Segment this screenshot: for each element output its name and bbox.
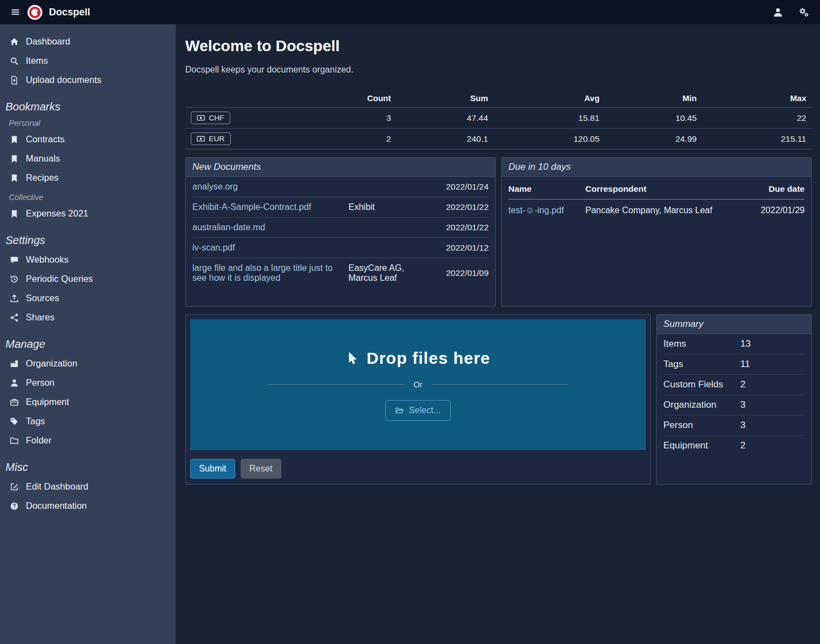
menu-toggle-button[interactable] (9, 5, 22, 19)
document-correspondent: EasyCare AG, Marcus Leaf (348, 263, 431, 283)
sidebar-item-label: Expenses 2021 (26, 208, 88, 219)
sidebar: Dashboard Items Upload documents Bookmar… (0, 24, 176, 644)
sidebar-item-edit-dashboard[interactable]: Edit Dashboard (0, 477, 176, 496)
sidebar-item-recipes[interactable]: Recipes (0, 168, 176, 187)
sidebar-item-label: Shares (26, 312, 54, 323)
stats-header-empty (185, 89, 292, 108)
summary-row: Tags 11 (663, 354, 805, 375)
sidebar-item-label: Upload documents (26, 75, 102, 85)
document-link[interactable]: large file and also a large title just t… (192, 263, 343, 283)
help-icon (10, 502, 19, 510)
sidebar-item-expenses-2021[interactable]: Expenses 2021 (0, 204, 176, 223)
sidebar-subheading-collective: Collective (9, 193, 167, 202)
upload-panel: Drop files here Or Select... Submit Rese… (185, 314, 651, 485)
summary-row: Organization 3 (663, 395, 805, 415)
summary-label: Person (663, 420, 740, 431)
sidebar-item-tags[interactable]: Tags (0, 412, 176, 431)
stats-table: Count Sum Avg Min Max CHF 3 47. (185, 89, 812, 149)
gears-icon (799, 7, 809, 18)
document-row: australian-date.md 2022/01/22 (192, 218, 489, 238)
sidebar-item-shares[interactable]: Shares (0, 308, 176, 327)
stat-avg: 15.81 (494, 108, 605, 129)
sidebar-item-periodic-queries[interactable]: Periodic Queries (0, 269, 176, 288)
dropzone-title: Drop files here (346, 349, 490, 368)
sidebar-item-items[interactable]: Items (0, 51, 176, 70)
sidebar-item-equipment[interactable]: Equipment (0, 392, 176, 412)
sidebar-item-label: Webhooks (26, 254, 69, 265)
summary-row: Items 13 (663, 334, 805, 354)
document-link[interactable]: australian-date.md (192, 223, 343, 232)
or-divider: Or (268, 380, 568, 389)
stat-count: 2 (292, 129, 396, 149)
document-date: 2022/01/22 (436, 202, 489, 212)
sidebar-item-dashboard[interactable]: Dashboard (0, 32, 176, 51)
search-icon (10, 57, 19, 65)
main-content: Welcome to Docspell Docspell keeps your … (176, 24, 820, 644)
sidebar-item-label: Sources (26, 293, 59, 303)
user-menu-button[interactable] (771, 5, 785, 20)
stat-max: 215.11 (702, 129, 812, 149)
file-dropzone[interactable]: Drop files here Or Select... (190, 319, 646, 450)
sidebar-item-label: Person (26, 377, 54, 388)
summary-label: Tags (663, 359, 740, 370)
upload-icon (10, 294, 19, 303)
tags-icon (10, 417, 19, 426)
settings-button[interactable] (796, 5, 811, 20)
divider-line (268, 384, 405, 385)
sidebar-item-documentation[interactable]: Documentation (0, 496, 176, 515)
document-link[interactable]: test-☺-ing.pdf (508, 206, 564, 215)
stat-count: 3 (292, 108, 396, 129)
comment-icon (10, 256, 19, 264)
folder-icon (10, 436, 19, 445)
reset-button[interactable]: Reset (241, 459, 281, 479)
sidebar-item-contracts[interactable]: Contracts (0, 130, 176, 149)
due-panel: Due in 10 days Name Correspondent Due da… (501, 157, 812, 307)
bookmark-icon (10, 135, 19, 144)
document-date: 2022/01/22 (436, 223, 489, 232)
sidebar-item-upload-documents[interactable]: Upload documents (0, 70, 176, 90)
summary-label: Items (663, 338, 740, 349)
docspell-logo[interactable] (27, 5, 42, 20)
due-table-wrap: Name Correspondent Due date test-☺-ing.p… (502, 177, 811, 306)
sidebar-item-folder[interactable]: Folder (0, 431, 176, 450)
bookmark-icon (10, 154, 19, 163)
new-documents-list: analyse.org 2022/01/24 Exhibit-A-Sample-… (186, 177, 495, 306)
sidebar-item-webhooks[interactable]: Webhooks (0, 250, 176, 269)
summary-value: 2 (740, 440, 745, 451)
due-header-row: Name Correspondent Due date (508, 179, 805, 199)
divider-line (431, 384, 568, 385)
stats-header-sum: Sum (396, 89, 494, 108)
new-documents-panel: New Documents analyse.org 2022/01/24 Exh… (185, 157, 496, 307)
sidebar-item-sources[interactable]: Sources (0, 288, 176, 308)
sidebar-item-manuals[interactable]: Manuals (0, 149, 176, 168)
equipment-icon (10, 398, 19, 407)
sidebar-item-label: Edit Dashboard (26, 481, 88, 492)
sidebar-item-label: Periodic Queries (26, 274, 93, 284)
stat-min: 24.99 (605, 129, 702, 149)
stats-header-min: Min (605, 89, 702, 108)
stat-min: 10.45 (605, 108, 702, 129)
folder-open-icon (395, 406, 404, 415)
due-row: test-☺-ing.pdf Pancake Company, Marcus L… (508, 199, 805, 222)
stats-header-max: Max (702, 89, 812, 108)
stat-avg: 120.05 (494, 129, 605, 149)
or-label: Or (413, 380, 423, 389)
document-link[interactable]: analyse.org (192, 182, 343, 192)
sidebar-item-person[interactable]: Person (0, 373, 176, 392)
topbar-actions (771, 5, 811, 20)
summary-label: Custom Fields (663, 379, 740, 390)
sidebar-item-label: Items (26, 55, 48, 66)
stat-max: 22 (702, 108, 812, 129)
summary-value: 2 (740, 379, 745, 390)
sidebar-item-organization[interactable]: Organization (0, 354, 176, 373)
submit-button[interactable]: Submit (190, 459, 235, 479)
hamburger-icon (11, 8, 20, 16)
select-files-button[interactable]: Select... (385, 400, 451, 421)
sidebar-item-label: Contracts (26, 134, 65, 145)
document-link[interactable]: iv-scan.pdf (192, 243, 343, 253)
currency-badge: CHF (191, 112, 230, 124)
currency-badge: EUR (191, 132, 231, 145)
history-icon (10, 275, 19, 284)
document-link[interactable]: Exhibit-A-Sample-Contract.pdf (192, 202, 343, 212)
document-row: Exhibit-A-Sample-Contract.pdf Exhibit 20… (192, 197, 489, 218)
